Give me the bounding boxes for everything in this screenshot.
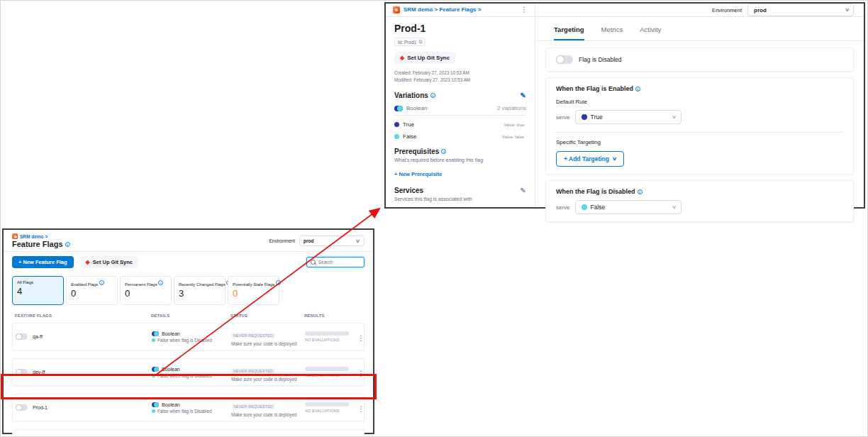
created-timestamp: Created: February 27, 2023 10:53 AM	[394, 70, 526, 77]
tab-metrics[interactable]: Metrics	[601, 26, 623, 40]
row-menu-kebab-icon[interactable]: ⋮	[357, 370, 365, 377]
flag-detail-sidebar: SRM demo > Feature Flags > ⋮ Prod-1 Id: …	[386, 4, 535, 207]
page-title: Feature Flags	[12, 240, 63, 248]
row-menu-kebab-icon[interactable]: ⋮	[357, 334, 365, 342]
new-prerequisite-link[interactable]: + New Prerequisite	[394, 171, 442, 177]
chevron-down-icon: ∨	[355, 238, 360, 244]
filter-count: 0	[71, 288, 113, 299]
results-placeholder-bar	[305, 331, 349, 336]
results-placeholder-bar	[305, 367, 349, 371]
chevron-down-icon: ∨	[612, 156, 617, 162]
false-variation-dot-icon	[394, 134, 399, 139]
column-header-details: DETAILS	[151, 314, 230, 318]
detail-tabs: Targeting Metrics Activity	[535, 17, 864, 41]
enabled-rules-card: When the Flag is Enabled i Default Rule …	[545, 77, 854, 175]
flag-state-card: Flag is Disabled	[545, 48, 854, 72]
harness-logo-icon	[393, 6, 400, 13]
prerequisites-description: What's required before enabling this fla…	[394, 157, 526, 162]
boolean-variation-icon	[394, 106, 403, 111]
status-badge: NEVER-REQUESTED	[231, 404, 275, 409]
true-variation-dot-icon	[394, 122, 399, 127]
flag-menu-kebab-icon[interactable]: ⋮	[521, 6, 528, 13]
setup-git-sync-button[interactable]: ◆ Set Up Git Sync	[394, 52, 455, 64]
tab-targeting[interactable]: Targeting	[554, 26, 584, 40]
environment-label: Environment	[269, 238, 296, 243]
serve-label: serve	[556, 114, 570, 121]
tab-activity[interactable]: Activity	[640, 26, 661, 40]
filter-count: 0	[125, 288, 167, 299]
default-rule-label: Default Rule	[556, 99, 843, 105]
filter-card-potentially-stale-flags[interactable]: Potentially Stale Flags i 0	[228, 276, 279, 305]
chevron-down-icon: ∨	[672, 114, 677, 120]
environment-select[interactable]: prod ∨	[747, 4, 854, 16]
flag-state-label: Flag is Disabled	[579, 56, 621, 63]
flag-name: dev-ff	[33, 370, 45, 375]
boolean-variation-icon	[152, 367, 159, 372]
info-icon: i	[65, 242, 70, 247]
enabled-heading: When the Flag is Enabled	[556, 85, 633, 92]
flag-detail-panel: SRM demo > Feature Flags > ⋮ Prod-1 Id: …	[384, 2, 865, 209]
divider	[556, 132, 843, 133]
table-row-ff-name[interactable]: FF_name Boolean False when flag is Disab…	[12, 429, 365, 437]
table-row-prod-1[interactable]: Prod-1 Boolean False when flag is Disabl…	[12, 394, 365, 421]
variation-row-true: True Value: true	[394, 121, 526, 128]
setup-git-sync-button[interactable]: ◆ Set Up Git Sync	[80, 256, 138, 268]
git-sync-icon: ◆	[86, 259, 90, 265]
variation-value: Value: false	[500, 134, 526, 140]
breadcrumb[interactable]: SRM demo >	[20, 234, 48, 239]
false-variation-dot-icon	[152, 409, 155, 413]
status-badge: NEVER-REQUESTED	[231, 333, 275, 338]
status-badge: NEVER-REQUESTED	[231, 368, 275, 374]
chevron-down-icon: ∨	[672, 204, 677, 210]
variation-row-false: False Value: false	[394, 133, 526, 140]
copy-icon[interactable]: ⧉	[418, 39, 422, 45]
services-description: Services this flag is associated with	[394, 197, 526, 201]
results-placeholder-bar	[305, 402, 349, 406]
info-icon: i	[430, 93, 435, 98]
filter-card-enabled-flags[interactable]: Enabled Flags i 0	[66, 276, 118, 305]
variation-count: 2 variations	[497, 105, 526, 111]
search-input[interactable]	[318, 260, 360, 265]
search-box[interactable]	[306, 257, 365, 267]
flag-enabled-toggle[interactable]	[556, 55, 573, 64]
false-variation-dot-icon	[152, 338, 155, 342]
filter-count: 4	[17, 286, 59, 297]
row-menu-kebab-icon[interactable]: ⋮	[357, 405, 365, 413]
new-feature-flag-button[interactable]: + New Feature Flag	[12, 256, 74, 268]
environment-select[interactable]: prod ∨	[299, 236, 365, 246]
flag-detail-main: Environment prod ∨ Targeting Metrics Act…	[535, 4, 864, 207]
flag-toggle[interactable]	[16, 404, 28, 411]
info-icon: i	[638, 189, 642, 194]
info-icon: i	[635, 87, 640, 92]
filter-card-all-flags[interactable]: All Flags 4	[12, 276, 64, 305]
flag-name: Prod-1	[33, 405, 48, 410]
git-sync-icon: ◆	[400, 55, 404, 61]
table-row-dev-ff[interactable]: dev-ff Boolean False when flag is Disabl…	[12, 358, 365, 386]
edit-variations-icon[interactable]: ✎	[521, 92, 526, 99]
default-off-variation-select[interactable]: False ∨	[575, 200, 681, 214]
flag-toggle[interactable]	[16, 369, 28, 375]
default-on-variation-select[interactable]: True ∨	[575, 110, 681, 124]
search-icon	[311, 260, 316, 265]
boolean-variation-icon	[152, 331, 159, 336]
flag-id-tag: Id: Prod1 ⧉	[394, 38, 425, 46]
serve-label: serve	[556, 204, 570, 211]
filter-count: 0	[233, 288, 274, 299]
variations-heading: Variations	[394, 92, 428, 99]
specific-targeting-label: Specific Targeting	[556, 139, 843, 145]
true-variation-dot-icon	[582, 114, 587, 120]
breadcrumb[interactable]: SRM demo > Feature Flags >	[404, 6, 481, 13]
filter-card-recently-changed-flags[interactable]: Recently Changed Flags i 3	[174, 276, 226, 305]
boolean-variation-icon	[152, 402, 159, 407]
disabled-heading: When the Flag is Disabled	[556, 188, 635, 195]
info-icon: i	[99, 280, 104, 285]
edit-services-icon[interactable]: ✎	[521, 187, 526, 194]
feature-flags-list-panel: SRM demo > Feature Flags i Environment p…	[2, 228, 374, 434]
table-row-qa-ff[interactable]: qa-ff Boolean False when flag is Disable…	[12, 323, 365, 350]
add-targeting-button[interactable]: + Add Targeting ∨	[556, 151, 624, 167]
filter-count: 3	[179, 288, 221, 299]
flag-id-text: Id: Prod1	[398, 40, 416, 45]
flag-toggle[interactable]	[16, 333, 28, 340]
filter-card-permanent-flags[interactable]: Permanent Flags i 0	[120, 276, 172, 305]
modified-timestamp: Modified: February 27, 2023 10:53 AM	[394, 77, 526, 84]
